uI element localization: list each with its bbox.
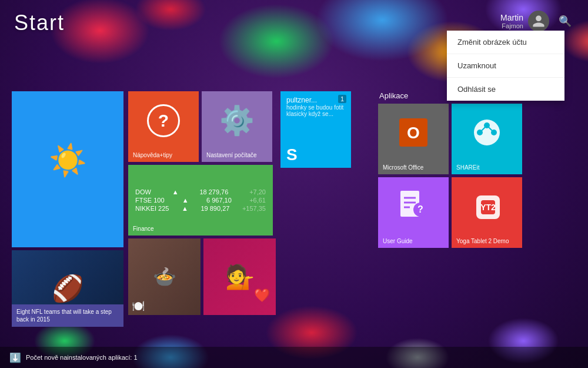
dow-arrow: ▲ xyxy=(172,188,179,195)
header: Start Martin Fajmon 🔍 xyxy=(0,0,588,35)
user-name: Martin xyxy=(500,13,523,22)
apps-grid: O Microsoft Office SHARE xyxy=(378,104,522,248)
tile-skype[interactable]: pultzner... hodinky se budou fotit klasi… xyxy=(280,91,351,168)
finance-label: Finance xyxy=(133,226,154,232)
help-label: Nápověda+tipy xyxy=(133,152,172,158)
health-background: 💁 ❤️ xyxy=(203,238,276,315)
shareit-label: SHAREit xyxy=(456,164,479,171)
nfl-title: Eight NFL teams that will take a step ba… xyxy=(16,309,112,323)
tile-row-help-settings: ? Nápověda+tipy ⚙️ Nastavení počítače xyxy=(128,91,276,162)
skype-logo-icon: S xyxy=(286,145,298,164)
finance-row-dow: DOW ▲ 18 279,76 +7,20 xyxy=(135,188,266,195)
change-picture-item[interactable]: Změnit obrázek účtu xyxy=(447,31,564,54)
ms-office-label: Microsoft Office xyxy=(383,164,423,171)
skype-bottom: S xyxy=(280,142,351,168)
nikkei-change: +157,35 xyxy=(242,205,266,212)
tile-help[interactable]: ? Nápověda+tipy xyxy=(128,91,199,162)
tile-yoga-demo[interactable]: YT2 Yoga Tablet 2 Demo xyxy=(452,177,522,248)
help-icon: ? xyxy=(147,104,180,137)
finance-row-ftse: FTSE 100 ▲ 6 967,10 +6,61 xyxy=(135,197,266,204)
ftse-name: FTSE 100 xyxy=(135,197,165,204)
health-person-icon: 💁 xyxy=(225,263,255,291)
tile-finance[interactable]: DOW ▲ 18 279,76 +7,20 FTSE 100 ▲ 6 967,1… xyxy=(128,165,273,236)
user-subtitle: Fajmon xyxy=(500,22,523,29)
skype-badge: 1 xyxy=(338,95,346,103)
nikkei-name: NIKKEI 225 xyxy=(135,205,169,212)
tile-user-guide[interactable]: ? User Guide xyxy=(378,177,449,248)
skype-content: pultzner... hodinky se budou fotit klasi… xyxy=(280,91,351,168)
taskbar-bottom: ⬇️ Počet nově nainstalovaných aplikací: … xyxy=(0,347,588,368)
nikkei-value: 19 890,27 xyxy=(201,205,229,212)
shareit-logo-icon xyxy=(472,117,502,148)
ftse-arrow: ▲ xyxy=(182,197,189,204)
apps-section: Aplikace O Microsoft Office xyxy=(378,91,522,327)
tile-group-main: ? Nápověda+tipy ⚙️ Nastavení počítače DO… xyxy=(128,91,276,327)
health-heart-icon: ❤️ xyxy=(254,288,270,303)
weather-sun-icon: ☀️ xyxy=(49,142,87,178)
tile-health[interactable]: 💁 ❤️ xyxy=(203,238,276,315)
nfl-players-icon: 🏈 xyxy=(52,273,84,304)
tile-shareit[interactable]: SHAREit xyxy=(452,104,522,174)
ftse-change: +6,61 xyxy=(249,197,266,204)
settings-gear-icon: ⚙️ xyxy=(219,104,255,137)
lock-item[interactable]: Uzamknout xyxy=(447,54,564,78)
svg-text:O: O xyxy=(407,124,420,142)
user-guide-icon: ? xyxy=(398,188,429,224)
nikkei-arrow: ▲ xyxy=(182,205,188,212)
skype-contact: pultzner... xyxy=(286,96,345,104)
dow-value: 18 279,76 xyxy=(199,188,228,195)
tile-group-skype: pultzner... hodinky se budou fotit klasi… xyxy=(280,91,351,327)
dow-change: +7,20 xyxy=(249,188,266,195)
yoga-demo-label: Yoga Tablet 2 Demo xyxy=(456,238,509,244)
tile-settings[interactable]: ⚙️ Nastavení počítače xyxy=(202,91,272,162)
user-guide-label: User Guide xyxy=(383,238,413,244)
finance-content: DOW ▲ 18 279,76 +7,20 FTSE 100 ▲ 6 967,1… xyxy=(128,183,273,218)
dow-name: DOW xyxy=(135,188,151,195)
tile-row-food-health: 🍲 🍽️ 💁 ❤️ xyxy=(128,238,276,315)
tile-food[interactable]: 🍲 🍽️ xyxy=(128,238,201,315)
skype-message: hodinky se budou fotit klasicky když se.… xyxy=(286,104,345,117)
tile-weather[interactable]: ☀️ xyxy=(12,91,123,247)
settings-label: Nastavení počítače xyxy=(206,152,257,158)
tile-group-weather: ☀️ 🏈 Eight NFL teams that will take a st… xyxy=(12,91,123,327)
office-logo-icon: O xyxy=(398,117,429,148)
user-avatar xyxy=(528,11,549,32)
user-dropdown: Změnit obrázek účtu Uzamknout Odhlásit s… xyxy=(447,31,564,101)
search-button[interactable]: 🔍 xyxy=(556,12,574,30)
tile-nfl[interactable]: 🏈 Eight NFL teams that will take a step … xyxy=(12,250,123,327)
yoga-demo-icon: YT2 xyxy=(473,192,501,220)
ftse-value: 6 967,10 xyxy=(206,197,232,204)
new-apps-text: Počet nově nainstalovaných aplikací: 1 xyxy=(26,354,138,361)
svg-text:YT2: YT2 xyxy=(480,203,496,212)
header-right: Martin Fajmon 🔍 xyxy=(500,11,574,32)
tile-ms-office[interactable]: O Microsoft Office xyxy=(378,104,449,174)
user-icon xyxy=(532,14,546,28)
user-info: Martin Fajmon xyxy=(500,13,523,29)
spacer xyxy=(356,91,373,327)
logout-item[interactable]: Odhlásit se xyxy=(447,78,564,101)
user-section[interactable]: Martin Fajmon xyxy=(500,11,549,32)
finance-row-nikkei: NIKKEI 225 ▲ 19 890,27 +157,35 xyxy=(135,205,266,212)
food-utensils-icon: 🍽️ xyxy=(132,300,145,313)
svg-text:?: ? xyxy=(417,204,423,214)
tiles-container: ☀️ 🏈 Eight NFL teams that will take a st… xyxy=(12,91,576,327)
nfl-overlay: Eight NFL teams that will take a step ba… xyxy=(12,304,123,327)
new-apps-download-icon: ⬇️ xyxy=(9,352,21,363)
start-title: Start xyxy=(14,11,65,35)
